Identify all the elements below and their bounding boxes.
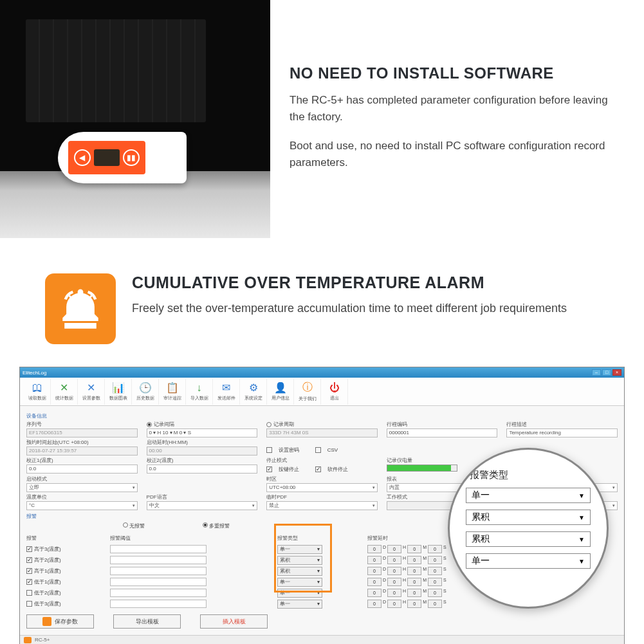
top-para2: Boot and use, no need to install PC soft… xyxy=(290,138,618,172)
alarm-checkbox[interactable]: 高于1(温度) xyxy=(26,567,110,575)
section-device-info: 设备信息 xyxy=(26,412,618,419)
alarm-checkbox[interactable]: 高于2(温度) xyxy=(26,557,110,564)
import-template-button[interactable]: 插入模板 xyxy=(200,614,268,629)
mid-heading: CUMULATIVE OVER TEMPERATURE ALARM xyxy=(132,273,567,292)
alarm-icon xyxy=(45,273,116,344)
trip-code-input[interactable]: 0000001 xyxy=(387,428,498,437)
tb-about[interactable]: ⓘ关于我们 xyxy=(294,379,321,405)
tb-chart[interactable]: 📊数据图表 xyxy=(105,379,132,405)
titlebar: ElitechLog – □ × xyxy=(20,367,624,378)
temppdf-select[interactable]: 禁止▾ xyxy=(266,501,378,510)
tb-user[interactable]: 👤用户信息 xyxy=(267,379,294,405)
alarm-threshold-input[interactable] xyxy=(110,589,207,597)
top-hero: ◀ ▮▮ NO NEED TO INSTALL SOFTWARE The RC-… xyxy=(0,0,644,238)
window-minimize[interactable]: – xyxy=(592,369,601,376)
start-mode-select[interactable]: 立即▾ xyxy=(26,483,138,492)
mag-option-2[interactable]: 累积▼ xyxy=(466,510,591,525)
alarm-type-select[interactable]: 单一▾ xyxy=(277,578,322,587)
alarm-threshold-input[interactable] xyxy=(110,600,207,608)
alarm-threshold-input[interactable] xyxy=(110,567,207,575)
tb-import[interactable]: ↓导入数据 xyxy=(186,379,213,405)
battery-bar xyxy=(387,465,457,472)
alarm-checkbox[interactable]: 低于1(温度) xyxy=(26,578,110,585)
period-display: 333D 7H 43M 0S xyxy=(266,428,378,437)
export-template-button[interactable]: 导出模板 xyxy=(113,614,181,629)
trip-desc-input[interactable]: Temperature recording xyxy=(506,428,618,437)
statusbar: RC-5+ xyxy=(20,635,624,644)
alarm-type-select[interactable]: 累积▾ xyxy=(277,567,322,576)
tb-read[interactable]: 🕮读取数据 xyxy=(24,379,51,405)
alarm-threshold-input[interactable] xyxy=(110,556,207,564)
mid-para: Freely set the over-temperature accumula… xyxy=(132,300,567,317)
serial-input: EF176D06315 xyxy=(26,428,138,437)
alarm-threshold-input[interactable] xyxy=(110,545,207,553)
tb-settings[interactable]: ✕设置参数 xyxy=(78,379,105,405)
tb-system[interactable]: ⚙系统设定 xyxy=(240,379,267,405)
usb-data-logger: ◀ ▮▮ xyxy=(58,132,187,183)
alarm-threshold-input[interactable] xyxy=(110,578,207,586)
alarm-type-select[interactable]: 单一▾ xyxy=(277,545,322,554)
tb-history[interactable]: 🕒历史数据 xyxy=(132,379,159,405)
mag-option-4[interactable]: 单一▼ xyxy=(466,553,591,569)
tb-stats[interactable]: ✕统计数据 xyxy=(51,379,78,405)
pdflang-select[interactable]: 中文▾ xyxy=(147,501,258,510)
mag-option-3[interactable]: 累积▼ xyxy=(466,531,591,547)
tempunit-select[interactable]: °C▾ xyxy=(26,501,138,510)
mid-section: CUMULATIVE OVER TEMPERATURE ALARM Freely… xyxy=(0,238,644,367)
timezone-select[interactable]: UTC+08:00▾ xyxy=(266,483,378,492)
save-button[interactable]: 保存参数 xyxy=(26,614,94,629)
alarm-checkbox[interactable]: 高于3(温度) xyxy=(26,546,110,553)
top-heading: NO NEED TO INSTALL SOFTWARE xyxy=(290,64,618,82)
window-maximize[interactable]: □ xyxy=(602,369,611,376)
toolbar: 🕮读取数据 ✕统计数据 ✕设置参数 📊数据图表 🕒历史数据 📋审计追踪 ↓导入数… xyxy=(20,378,624,406)
cal1-input[interactable]: 0.0 xyxy=(26,465,138,474)
schedule-input: 2018-07-27 15:39:57 xyxy=(26,446,138,455)
cal2-input[interactable]: 0.0 xyxy=(147,465,258,474)
alarm-type-select[interactable]: 单一▾ xyxy=(277,600,322,609)
mag-option-1[interactable]: 单一▼ xyxy=(466,488,591,503)
magnifier-lens: 报警类型 单一▼ 累积▼ 累积▼ 单一▼ xyxy=(448,448,609,609)
tb-audit[interactable]: 📋审计追踪 xyxy=(159,379,186,405)
interval-input[interactable]: 0 ▾ H 10 ▾ M 0 ▾ S xyxy=(147,428,258,437)
laptop-photo: ◀ ▮▮ xyxy=(0,0,270,238)
delay-input: 00:00 xyxy=(147,446,258,455)
tb-mail[interactable]: ✉发送邮件 xyxy=(213,379,240,405)
alarm-checkbox[interactable]: 低于3(温度) xyxy=(26,600,110,607)
alarm-checkbox[interactable]: 低于2(温度) xyxy=(26,589,110,596)
top-text-block: NO NEED TO INSTALL SOFTWARE The RC-5+ ha… xyxy=(270,0,644,238)
alarm-type-select[interactable]: 单一▾ xyxy=(277,589,322,598)
window-close[interactable]: × xyxy=(612,369,621,376)
mag-title: 报警类型 xyxy=(470,469,591,481)
alarm-delay[interactable]: 0D 0H 0M 0S xyxy=(367,600,496,608)
top-para1: The RC-5+ has completed parameter config… xyxy=(290,92,618,126)
window-title: ElitechLog xyxy=(23,370,46,376)
alarm-type-select[interactable]: 累积▾ xyxy=(277,556,322,565)
tb-exit[interactable]: ⏻退出 xyxy=(321,379,348,405)
